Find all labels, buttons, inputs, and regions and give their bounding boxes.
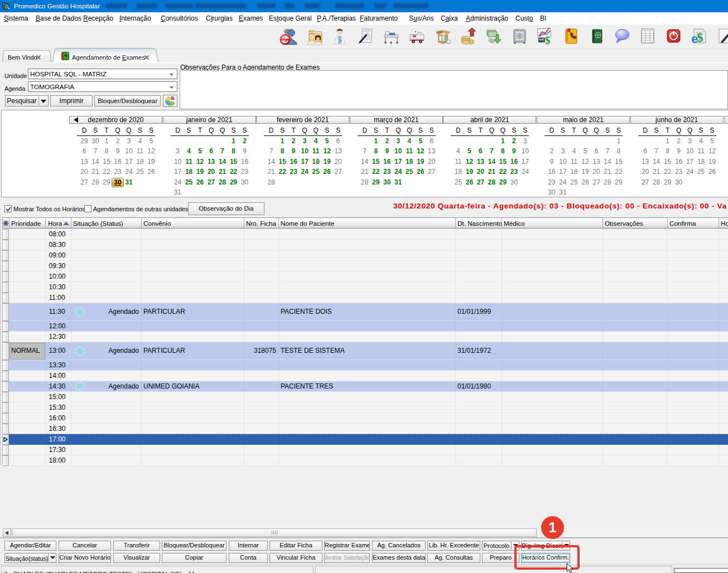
svg-text:$: $ (697, 31, 703, 45)
svg-text:$: $ (545, 35, 551, 45)
